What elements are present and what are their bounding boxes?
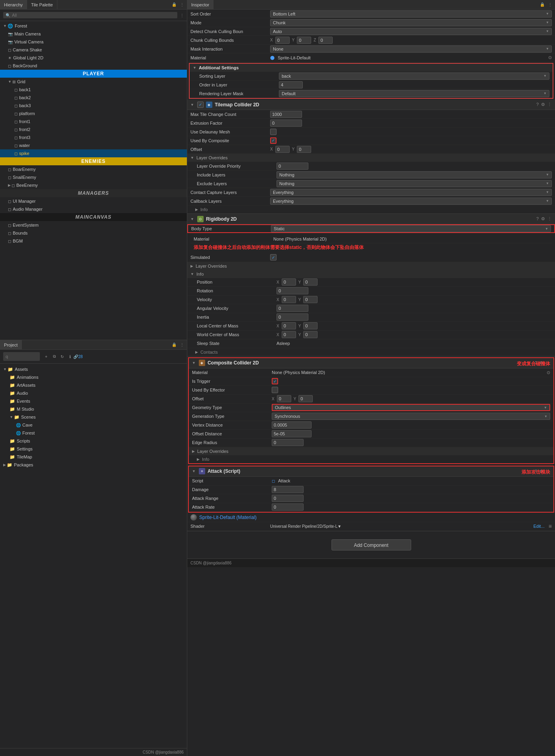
value-attack-rate[interactable]: 0 — [272, 503, 550, 511]
value-rendering-layer-mask[interactable]: Default ▼ — [279, 90, 549, 97]
project-item-m-studio[interactable]: 📁 M Studio — [0, 405, 187, 413]
more-options-icon[interactable]: ⋮ — [547, 102, 552, 107]
value-vertex-distance[interactable]: 0.0005 — [272, 421, 550, 429]
input-order-in-layer[interactable]: 4 — [279, 81, 303, 88]
tree-item-camera-shake[interactable]: ◻ Camera Shake — [0, 46, 187, 54]
tree-item-front1[interactable]: ◻ front1 — [0, 118, 187, 125]
fold-composite-info[interactable]: ▶ Info — [189, 455, 553, 463]
project-item-cave[interactable]: 🌐 Cave — [0, 421, 187, 429]
used-by-composite-checkbox[interactable]: ✓ — [270, 137, 277, 144]
tilemap-offset-x[interactable]: 0 — [275, 146, 290, 153]
dropdown-exclude-layers[interactable]: Nothing ▼ — [277, 180, 552, 187]
dropdown-mask-interaction[interactable]: None ▼ — [270, 45, 552, 53]
input-layer-override-priority[interactable]: 0 — [277, 163, 308, 170]
tree-item-virtual-camera[interactable]: 📷 Virtual Camera — [0, 38, 187, 46]
value-rotation[interactable]: 0 — [277, 287, 552, 294]
help-icon[interactable]: ? — [535, 360, 537, 366]
project-filter-icon[interactable]: ⧉ — [51, 353, 57, 360]
input-offset-distance[interactable]: 5e-05 — [272, 430, 312, 437]
wcom-y[interactable]: 0 — [303, 331, 318, 338]
tree-item-forest[interactable]: ▼ 🌐 Forest — [0, 22, 187, 30]
input-angular-velocity[interactable]: 0 — [277, 305, 308, 312]
inspector-more-icon[interactable]: ⋮ — [547, 2, 553, 8]
value-damage[interactable]: 8 — [272, 486, 550, 493]
input-damage[interactable]: 8 — [272, 486, 304, 493]
is-trigger-checkbox[interactable]: ✓ — [272, 378, 278, 384]
use-delaunay-mesh-checkbox[interactable] — [270, 129, 277, 135]
input-attack-rate[interactable]: 0 — [272, 503, 304, 511]
tilemap-collider-header[interactable]: ▼ ✓ ◈ Tilemap Collider 2D ? ⚙ ⋮ — [187, 100, 555, 110]
add-component-button[interactable]: Add Component — [331, 539, 411, 550]
value-edge-radius[interactable]: 0 — [272, 439, 550, 446]
tree-item-ui-manager[interactable]: ◻ UI Manager — [0, 197, 187, 205]
input-max-tile-change-count[interactable]: 1000 — [270, 111, 302, 118]
project-item-forest[interactable]: 🌐 Forest — [0, 429, 187, 437]
chunk-y[interactable]: 0 — [297, 37, 311, 44]
vel-y[interactable]: 0 — [303, 296, 318, 303]
fold-contacts[interactable]: ▶ Contacts — [187, 348, 555, 356]
dropdown-rendering-layer-mask[interactable]: Default ▼ — [279, 90, 549, 97]
dropdown-callback-layers[interactable]: Everything ▼ — [270, 198, 552, 205]
chunk-z[interactable]: 0 — [318, 37, 333, 44]
dropdown-geometry-type[interactable]: Outlines ▼ — [272, 404, 550, 411]
value-extrusion-factor[interactable]: 0 — [270, 119, 552, 127]
input-vertex-distance[interactable]: 0.0005 — [272, 421, 312, 429]
value-offset-distance[interactable]: 5e-05 — [272, 430, 550, 437]
vel-x[interactable]: 0 — [282, 296, 296, 303]
value-body-type[interactable]: Static ▼ — [271, 225, 551, 232]
tree-item-boar-enemy[interactable]: ◻ BoarEnemy — [0, 165, 187, 173]
tree-item-background[interactable]: ◻ BackGround — [0, 62, 187, 70]
tilemap-offset-y[interactable]: 0 — [297, 146, 311, 153]
tree-item-front2[interactable]: ◻ front2 — [0, 125, 187, 133]
project-more-icon[interactable]: ⋮ — [179, 342, 185, 348]
settings-icon[interactable]: ⚙ — [541, 102, 545, 107]
project-item-scenes[interactable]: ▼ 📁 Scenes — [0, 413, 187, 421]
fold-additional-settings[interactable]: ▼ Additional Settings — [190, 64, 553, 72]
dropdown-sort-order[interactable]: Bottom Left ▼ — [270, 10, 552, 18]
value-max-tile-change-count[interactable]: 1000 — [270, 111, 552, 118]
value-inertia[interactable]: 0 — [277, 313, 552, 321]
dropdown-contact-capture-layers[interactable]: Everything ▼ — [270, 189, 552, 196]
tree-item-global-light[interactable]: ☀ Global Light 2D — [0, 54, 187, 62]
dropdown-detect-chunk[interactable]: Auto ▼ — [270, 28, 552, 35]
tab-project[interactable]: Project — [0, 340, 22, 350]
value-geometry-type[interactable]: Outlines ▼ — [272, 404, 550, 411]
tab-hierarchy[interactable]: Hierarchy — [0, 0, 27, 10]
project-search-input[interactable] — [6, 354, 37, 359]
lock-icon[interactable]: 🔒 — [171, 2, 177, 8]
tilemap-collider-enabled-checkbox[interactable]: ✓ — [197, 102, 204, 108]
project-create-icon[interactable]: + — [43, 353, 49, 360]
value-order-in-layer[interactable]: 4 — [279, 81, 549, 88]
chunk-x[interactable]: 0 — [275, 37, 290, 44]
tree-item-back3[interactable]: ◻ back3 — [0, 102, 187, 110]
value-attack-range[interactable]: 0 — [272, 495, 550, 502]
value-include-layers[interactable]: Nothing ▼ — [277, 171, 552, 178]
value-callback-layers[interactable]: Everything ▼ — [270, 198, 552, 205]
settings-icon[interactable]: ⚙ — [539, 469, 543, 474]
project-refresh-icon[interactable]: ↻ — [59, 353, 65, 360]
project-item-artassets[interactable]: 📁 ArtAssets — [0, 381, 187, 389]
lcom-y[interactable]: 0 — [303, 322, 318, 329]
fold-rigidbody-layer-overrides[interactable]: ▶ Layer Overrides — [187, 262, 555, 270]
help-icon[interactable]: ? — [536, 102, 539, 107]
fold-tilemap-layer-overrides[interactable]: ▼ Layer Overrides — [187, 154, 555, 162]
edit-shader-button[interactable]: Edit... — [533, 524, 545, 529]
tree-item-bee-enemy[interactable]: ▶ ◻ BeeEnemy — [0, 181, 187, 189]
hierarchy-search-input[interactable] — [12, 13, 175, 18]
value-layer-override-priority[interactable]: 0 — [277, 163, 552, 170]
value-sort-order[interactable]: Bottom Left ▼ — [270, 10, 552, 18]
input-extrusion-factor[interactable]: 0 — [270, 119, 302, 127]
project-item-tilemap[interactable]: 📁 TileMap — [0, 453, 187, 461]
more-options-icon[interactable]: ⋮ — [546, 360, 550, 366]
composite-offset-y[interactable]: 0 — [298, 395, 313, 402]
fold-rigidbody-info[interactable]: ▼ Info — [187, 270, 555, 278]
tree-item-platform[interactable]: ◻ platform — [0, 110, 187, 118]
project-item-events[interactable]: 📁 Events — [0, 397, 187, 405]
value-exclude-layers[interactable]: Nothing ▼ — [277, 180, 552, 187]
input-attack-range[interactable]: 0 — [272, 495, 304, 502]
project-item-animations[interactable]: 📁 Animations — [0, 373, 187, 381]
input-rotation[interactable]: 0 — [277, 287, 308, 294]
composite-collider-header[interactable]: ▼ ◈ Composite Collider 2D ? ⚙ ⋮ — [189, 358, 553, 368]
more-options-icon[interactable]: ⋮ — [179, 2, 185, 8]
value-use-delaunay-mesh[interactable] — [270, 129, 552, 135]
